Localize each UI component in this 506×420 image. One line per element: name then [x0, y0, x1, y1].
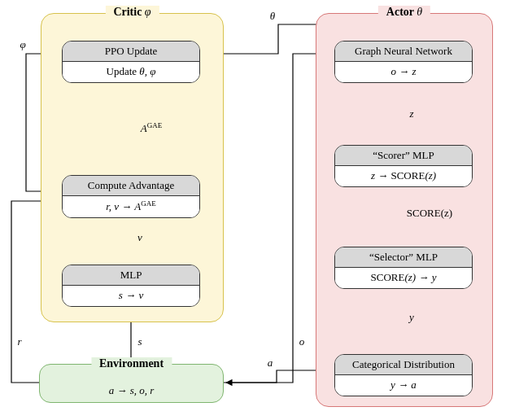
edge-label-a: a: [268, 357, 273, 370]
compute-advantage-body: r, v → AGAE: [63, 196, 199, 217]
selector-block: “Selector” MLP SCORE(z) → y: [334, 247, 473, 289]
compute-advantage-title: Compute Advantage: [63, 176, 199, 196]
env-panel: Environment a → s, o, r: [39, 364, 224, 403]
ppo-update-body: Update θ, φ: [63, 62, 199, 82]
edge-label-y: y: [409, 311, 414, 324]
edge-label-theta: θ: [270, 10, 275, 23]
edge-label-v: v: [137, 231, 142, 244]
edge-label-z: z: [409, 107, 413, 120]
compute-advantage-block: Compute Advantage r, v → AGAE: [62, 175, 200, 218]
edge-label-scorez: SCORE(z): [407, 207, 452, 220]
mlp-body: s → v: [63, 286, 199, 306]
edge-label-agae: AGAE: [141, 121, 162, 135]
edge-label-s: s: [137, 335, 142, 348]
edge-label-phi: φ: [20, 38, 25, 51]
env-body: a → s, o, r: [40, 384, 223, 397]
actor-title: Actor θ: [378, 6, 430, 19]
scorer-block: “Scorer” MLP z → SCORE(z): [334, 145, 473, 187]
categorical-body: y → a: [335, 375, 472, 396]
categorical-title: Categorical Distribution: [335, 355, 472, 375]
selector-title: “Selector” MLP: [335, 247, 472, 268]
mlp-block: MLP s → v: [62, 265, 200, 307]
env-title: Environment: [91, 357, 172, 370]
edge-label-r: r: [17, 335, 21, 348]
gnn-title: Graph Neural Network: [335, 42, 472, 62]
critic-title: Critic φ: [105, 6, 159, 19]
ppo-update-title: PPO Update: [63, 42, 199, 62]
scorer-title: “Scorer” MLP: [335, 146, 472, 166]
edge-label-o: o: [299, 335, 305, 348]
gnn-body: o → z: [335, 62, 472, 82]
scorer-body: z → SCORE(z): [335, 166, 472, 186]
ppo-update-block: PPO Update Update θ, φ: [62, 41, 200, 83]
selector-body: SCORE(z) → y: [335, 268, 472, 288]
categorical-block: Categorical Distribution y → a: [334, 354, 473, 396]
mlp-title: MLP: [63, 265, 199, 286]
gnn-block: Graph Neural Network o → z: [334, 41, 473, 83]
